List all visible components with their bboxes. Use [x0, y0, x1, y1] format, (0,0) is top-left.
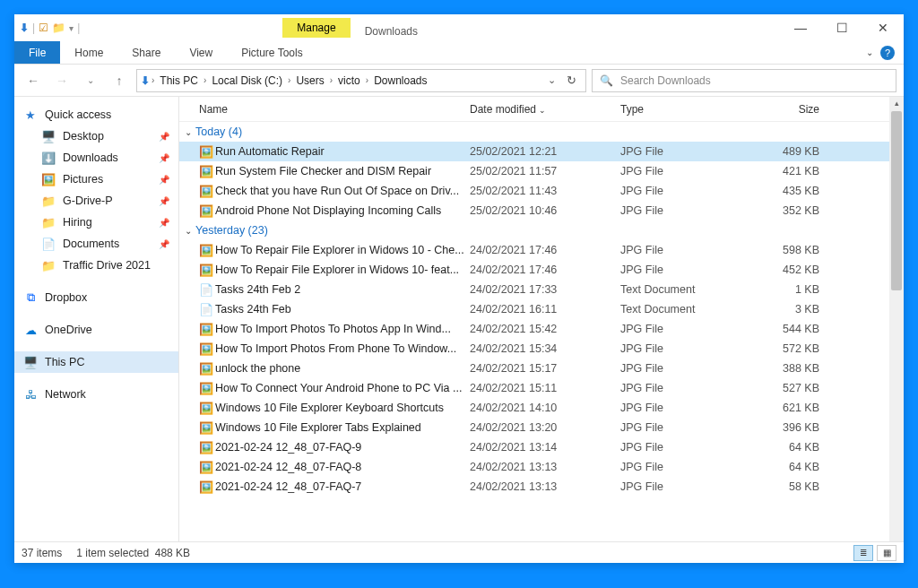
crumb-users[interactable]: Users — [292, 74, 327, 87]
file-tab[interactable]: File — [14, 41, 60, 64]
share-tab[interactable]: Share — [117, 41, 175, 64]
address-bar-row: ← → ⌄ ↑ ⬇ › This PC › Local Disk (C:) › … — [14, 65, 904, 97]
sidebar-item[interactable]: 📁Traffic Drive 2021 — [14, 255, 178, 276]
titlebar: ⬇ | ☑ 📁 ▾ | Manage Downloads — ☐ ✕ — [14, 14, 904, 41]
file-row[interactable]: 🖼️How To Repair File Explorer in Widows … — [179, 260, 889, 280]
minimize-button[interactable]: — — [780, 14, 821, 41]
window-title: Downloads — [365, 25, 418, 38]
sidebar-item[interactable]: 📁Hiring📌 — [14, 212, 178, 233]
folder-qat-icon[interactable]: 📁 — [52, 22, 65, 34]
group-label: Yesterday (23) — [195, 224, 268, 237]
file-row[interactable]: 🖼️2021-02-24 12_48_07-FAQ-724/02/2021 13… — [179, 477, 889, 497]
back-button[interactable]: ← — [22, 69, 45, 92]
sidebar-item[interactable]: ⬇️Downloads📌 — [14, 147, 178, 169]
file-row[interactable]: 🖼️How To Connect Your Android Phone to P… — [179, 378, 889, 398]
file-name: Tasks 24th Feb 2 — [215, 283, 470, 296]
recent-locations-button[interactable]: ⌄ — [79, 69, 102, 92]
scrollbar-thumb[interactable] — [891, 111, 902, 290]
search-box[interactable]: 🔍 Search Downloads — [592, 69, 896, 92]
file-row[interactable]: 🖼️2021-02-24 12_48_07-FAQ-824/02/2021 13… — [179, 457, 889, 477]
scroll-up-icon[interactable]: ▴ — [889, 97, 904, 108]
sidebar-item[interactable]: 📄Documents📌 — [14, 233, 178, 255]
address-dropdown-icon[interactable]: ⌄ — [548, 74, 556, 86]
ribbon-expand-icon[interactable]: ⌄ — [866, 48, 873, 57]
pin-icon: 📌 — [159, 239, 169, 249]
folder-icon: 🖼️ — [41, 173, 56, 186]
crumb-sep-icon[interactable]: › — [150, 75, 156, 85]
downloads-arrow-icon: ⬇ — [20, 22, 29, 34]
file-date: 24/02/2021 15:11 — [470, 382, 620, 394]
view-tab[interactable]: View — [175, 41, 227, 64]
file-row[interactable]: 🖼️unlock the phone24/02/2021 15:17JPG Fi… — [179, 359, 889, 378]
file-icon: 🖼️ — [199, 185, 215, 198]
address-bar[interactable]: ⬇ › This PC › Local Disk (C:) › Users › … — [136, 69, 586, 92]
crumb-sep-icon[interactable]: › — [286, 75, 292, 85]
sidebar-thispc[interactable]: 🖥️ This PC — [14, 351, 178, 373]
file-name: 2021-02-24 12_48_07-FAQ-7 — [215, 480, 470, 493]
file-row[interactable]: 🖼️Android Phone Not Displaying Incoming … — [179, 201, 889, 220]
file-group-header[interactable]: ⌄ Today (4) — [179, 122, 889, 142]
refresh-icon[interactable]: ↻ — [561, 74, 582, 87]
column-name[interactable]: Name — [199, 103, 470, 116]
crumb-downloads[interactable]: Downloads — [370, 74, 430, 87]
sidebar-network[interactable]: 🖧 Network — [14, 384, 178, 405]
file-size: 3 KB — [746, 303, 827, 316]
file-row[interactable]: 📄Tasks 24th Feb 224/02/2021 17:33Text Do… — [179, 280, 889, 299]
qat-overflow-icon[interactable]: ▾ — [69, 23, 74, 33]
sidebar-quick-access[interactable]: ★ Quick access — [14, 104, 178, 125]
file-row[interactable]: 🖼️Windows 10 File Explorer Tabs Explaine… — [179, 418, 889, 437]
sidebar-dropbox[interactable]: ⧉ Dropbox — [14, 287, 178, 308]
file-row[interactable]: 🖼️Windows 10 File Explorer Keyboard Shor… — [179, 398, 889, 418]
column-size[interactable]: Size — [746, 103, 827, 116]
file-row[interactable]: 🖼️How To Repair File Explorer in Widows … — [179, 240, 889, 260]
details-view-button[interactable]: ≣ — [853, 545, 873, 561]
sidebar-item[interactable]: 🖼️Pictures📌 — [14, 169, 178, 190]
file-date: 24/02/2021 15:42 — [470, 323, 620, 335]
sidebar-item[interactable]: 🖥️Desktop📌 — [14, 125, 178, 147]
file-name: Windows 10 File Explorer Keyboard Shortc… — [215, 402, 470, 414]
checkbox-icon[interactable]: ☑ — [39, 22, 48, 34]
file-name: How To Import Photos To Photos App In Wi… — [215, 323, 470, 335]
file-row[interactable]: 🖼️2021-02-24 12_48_07-FAQ-924/02/2021 13… — [179, 437, 889, 457]
close-button[interactable]: ✕ — [862, 14, 904, 41]
crumb-sep-icon[interactable]: › — [202, 75, 208, 85]
crumb-thispc[interactable]: This PC — [156, 74, 202, 87]
sidebar-item[interactable]: 📁G-Drive-P📌 — [14, 190, 178, 212]
file-row[interactable]: 🖼️Run Automatic Repair25/02/2021 12:21JP… — [179, 142, 889, 161]
sort-indicator-icon: ⌄ — [539, 106, 546, 115]
file-icon: 🖼️ — [199, 362, 215, 376]
vertical-scrollbar[interactable]: ▴ — [889, 97, 904, 541]
manage-tab[interactable]: Manage — [282, 18, 350, 38]
file-date: 24/02/2021 13:14 — [470, 441, 620, 454]
file-row[interactable]: 📄Tasks 24th Feb24/02/2021 16:11Text Docu… — [179, 299, 889, 319]
sidebar-item-label: Downloads — [63, 151, 118, 164]
column-date[interactable]: Date modified ⌄ — [470, 103, 620, 116]
home-tab[interactable]: Home — [60, 41, 117, 64]
file-row[interactable]: 🖼️Check that you have Run Out Of Space o… — [179, 181, 889, 201]
up-button[interactable]: ↑ — [108, 69, 131, 92]
file-type: JPG File — [620, 461, 746, 473]
file-type: JPG File — [620, 342, 746, 355]
file-icon: 🖼️ — [199, 323, 215, 336]
address-root-icon: ⬇ — [141, 74, 150, 87]
forward-button[interactable]: → — [50, 69, 74, 92]
crumb-user[interactable]: victo — [334, 74, 364, 87]
sidebar-item-label: Documents — [63, 238, 119, 250]
picture-tools-tab[interactable]: Picture Tools — [227, 41, 316, 64]
crumb-sep-icon[interactable]: › — [328, 75, 334, 85]
file-row[interactable]: 🖼️How To Import Photos From Phone To Win… — [179, 339, 889, 359]
crumb-drive[interactable]: Local Disk (C:) — [208, 74, 286, 87]
maximize-button[interactable]: ☐ — [821, 14, 862, 41]
pin-icon: 📌 — [159, 175, 169, 185]
sidebar-label: Network — [45, 388, 86, 401]
file-row[interactable]: 🖼️Run System File Checker and DISM Repai… — [179, 161, 889, 181]
column-type[interactable]: Type — [620, 103, 746, 116]
sidebar-onedrive[interactable]: ☁ OneDrive — [14, 319, 178, 341]
thumbnails-view-button[interactable]: ▦ — [877, 545, 896, 561]
crumb-sep-icon[interactable]: › — [364, 75, 370, 85]
file-group-header[interactable]: ⌄ Yesterday (23) — [179, 220, 889, 240]
file-row[interactable]: 🖼️How To Import Photos To Photos App In … — [179, 319, 889, 339]
file-type: JPG File — [620, 323, 746, 335]
help-icon[interactable]: ? — [880, 46, 895, 60]
file-list[interactable]: ⌄ Today (4)🖼️Run Automatic Repair25/02/2… — [179, 122, 889, 541]
